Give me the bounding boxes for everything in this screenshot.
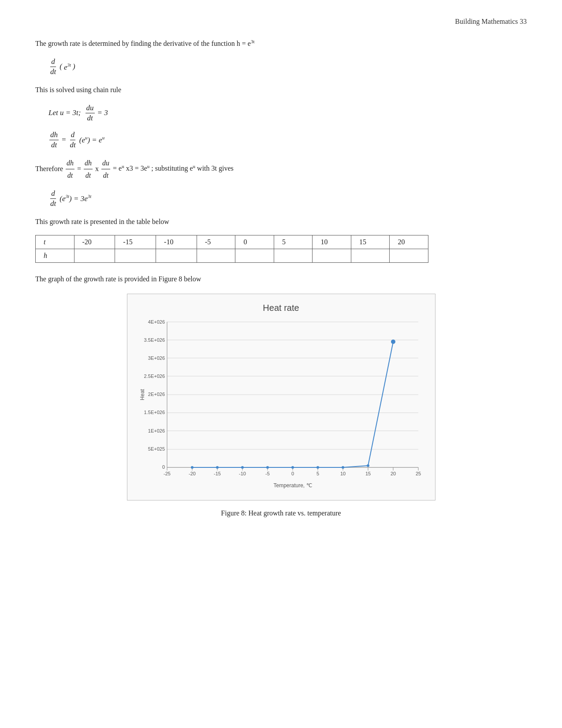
graph-intro-text: The graph of the growth rate is provided… (35, 275, 201, 283)
svg-text:Heat: Heat (139, 389, 145, 400)
para1-exp: 3t (251, 39, 255, 44)
times-x: x (95, 164, 100, 172)
data-point-highlight (391, 340, 395, 344)
formula-derivative-1: d dt (e3t) (48, 57, 527, 76)
svg-text:20: 20 (390, 471, 395, 476)
data-table: t -20 -15 -10 -5 0 5 10 15 20 h (35, 235, 428, 263)
figure-caption-text: Figure 8: Heat growth rate vs. temperatu… (221, 509, 341, 517)
page-header: Building Mathematics 33 (35, 18, 527, 26)
svg-text:4E+026: 4E+026 (148, 319, 164, 325)
table-cell-t-15: -15 (115, 235, 156, 249)
table-cell-h-8 (351, 249, 390, 263)
svg-text:Temperature, ℃: Temperature, ℃ (273, 482, 312, 489)
therefore-label: Therefore (35, 164, 65, 172)
fraction-du-dt-2: du dt (101, 157, 110, 181)
svg-text:-25: -25 (164, 471, 171, 476)
svg-text:5: 5 (316, 471, 319, 476)
let-text: Let u = 3t; (48, 108, 83, 117)
table-cell-t-5: -5 (197, 235, 235, 249)
table-cell-h-4 (197, 249, 235, 263)
svg-text:-10: -10 (239, 471, 246, 476)
therefore-rest: ; substituting eu with 3t gives (151, 164, 233, 172)
fraction-d-dt-1: d dt (49, 57, 57, 76)
table-cell-t-15b: 15 (351, 235, 390, 249)
svg-text:3.5E+026: 3.5E+026 (144, 337, 164, 343)
fraction-du-dt: du dt (86, 104, 95, 123)
table-intro-text: This growth rate is presented in the tab… (35, 218, 169, 225)
table-cell-t-label: t (36, 235, 74, 249)
svg-text:-15: -15 (214, 471, 221, 476)
para1-text: The growth rate is determined by finding… (35, 40, 251, 47)
table-cell-h-2 (115, 249, 156, 263)
equals-sign-1: = (77, 164, 83, 172)
svg-text:1E+026: 1E+026 (148, 428, 164, 433)
data-point (216, 466, 219, 469)
fraction-dh-dt-2: dh dt (66, 157, 74, 181)
chart-area: 0 5E+025 1E+026 1.5E+026 2E+026 2.5E+026… (136, 317, 426, 496)
formula-result: d dt (e3t) = 3e3t (48, 189, 527, 208)
chart-container: Heat rate 0 5E+025 1E+026 1.5E+026 2E+02 (127, 294, 435, 500)
svg-text:15: 15 (365, 471, 370, 476)
fraction-dh-dt: dh dt (49, 131, 59, 149)
table-cell-h-9 (390, 249, 428, 263)
figure-caption: Figure 8: Heat growth rate vs. temperatu… (35, 509, 527, 517)
table-row-t: t -20 -15 -10 -5 0 5 10 15 20 (36, 235, 428, 249)
data-point (342, 466, 344, 469)
chain-rule-text: This is solved using chain rule (35, 86, 121, 93)
fraction-d-dt-result: d dt (49, 189, 57, 208)
data-point (291, 466, 294, 469)
paragraph-chain-rule: This is solved using chain rule (35, 84, 527, 96)
svg-text:3E+026: 3E+026 (148, 355, 164, 361)
svg-text:-5: -5 (265, 471, 270, 476)
paragraph-1: The growth rate is determined by finding… (35, 38, 527, 49)
equals-3: = 3 (97, 108, 108, 117)
table-cell-t-5b: 5 (274, 235, 313, 249)
paragraph-table-intro: This growth rate is presented in the tab… (35, 216, 527, 228)
table-cell-t-10: -10 (156, 235, 197, 249)
svg-text:5E+025: 5E+025 (148, 446, 164, 452)
table-cell-h-7 (313, 249, 351, 263)
eu-expr: (eu) = eu (79, 135, 104, 145)
table-cell-h-3 (156, 249, 197, 263)
data-point (367, 464, 369, 467)
paren-open: ( (60, 62, 62, 71)
paren-close: ) (73, 62, 75, 71)
data-point (316, 466, 319, 469)
data-point (266, 466, 269, 469)
svg-text:10: 10 (340, 471, 345, 476)
table-cell-t-20: -20 (74, 235, 115, 249)
table-cell-t-0: 0 (235, 235, 274, 249)
fraction-d-dt-2: d dt (69, 131, 76, 149)
e3t-expr: e3t (64, 62, 71, 72)
svg-text:0: 0 (162, 464, 164, 470)
chart-title: Heat rate (136, 303, 426, 313)
table-cell-h-6 (274, 249, 313, 263)
table-cell-h-1 (74, 249, 115, 263)
svg-text:25: 25 (415, 471, 421, 476)
equals-eu-x3: = eu x3 = 3eu (113, 164, 149, 172)
chart-svg: 0 5E+025 1E+026 1.5E+026 2E+026 2.5E+026… (136, 317, 427, 494)
table-row-h: h (36, 249, 428, 263)
table-cell-t-20b: 20 (390, 235, 428, 249)
header-text: Building Mathematics 33 (455, 18, 527, 26)
table-cell-h-label: h (36, 249, 74, 263)
svg-text:0: 0 (291, 471, 294, 476)
svg-text:2E+026: 2E+026 (148, 392, 164, 397)
formula-let: Let u = 3t; du dt = 3 (48, 104, 527, 123)
table-cell-h-5 (235, 249, 274, 263)
svg-text:1.5E+026: 1.5E+026 (144, 410, 164, 415)
fraction-dh-dt-3: dh dt (84, 157, 93, 181)
svg-text:2.5E+026: 2.5E+026 (144, 373, 164, 379)
formula-dh-dt: dh dt = d dt (eu) = eu (48, 131, 527, 149)
table-cell-t-10b: 10 (313, 235, 351, 249)
paragraph-graph-intro: The graph of the growth rate is provided… (35, 273, 527, 285)
result-expr: (e3t) = 3e3t (60, 194, 91, 203)
equals-1: = (61, 135, 66, 144)
data-point (241, 466, 244, 469)
svg-text:-20: -20 (189, 471, 196, 476)
paragraph-therefore: Therefore dh dt = dh dt x du dt = eu x3 … (35, 157, 527, 181)
data-point (191, 466, 194, 469)
